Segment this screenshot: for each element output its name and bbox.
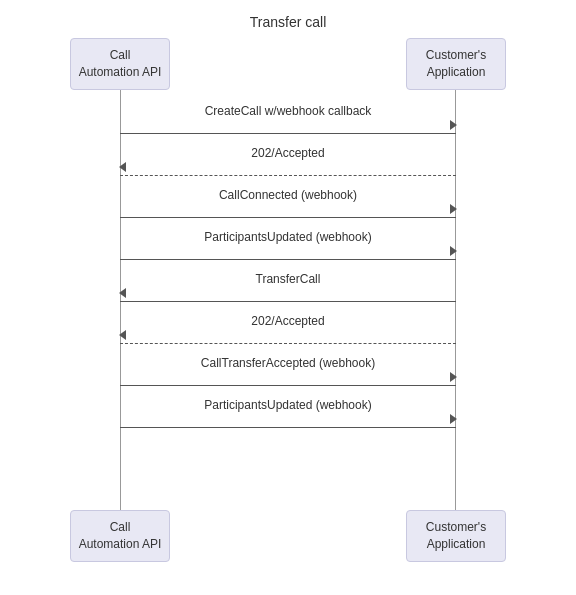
bottom-actor-row: Call Automation API Customer's Applicati…	[0, 510, 576, 562]
top-right-actor: Customer's Application	[406, 38, 506, 90]
top-left-actor-line1: Call	[110, 48, 131, 62]
arrow-head-2	[450, 204, 457, 214]
arrow-line-6	[120, 385, 456, 386]
arrow-line-1	[120, 175, 456, 176]
arrows-area: CreateCall w/webhook callback202/Accepte…	[120, 100, 456, 436]
arrow-head-0	[450, 120, 457, 130]
bottom-right-actor-line2: Application	[427, 537, 486, 551]
arrow-label-2: CallConnected (webhook)	[120, 188, 456, 202]
bottom-right-actor-line1: Customer's	[426, 520, 486, 534]
arrow-label-5: 202/Accepted	[120, 314, 456, 328]
arrow-row-5: 202/Accepted	[120, 310, 456, 352]
arrow-line-3	[120, 259, 456, 260]
bottom-right-actor: Customer's Application	[406, 510, 506, 562]
top-left-actor-line2: Automation API	[79, 65, 162, 79]
bottom-left-actor-line2: Automation API	[79, 537, 162, 551]
top-actor-row: Call Automation API Customer's Applicati…	[0, 38, 576, 90]
arrow-row-3: ParticipantsUpdated (webhook)	[120, 226, 456, 268]
arrow-label-6: CallTransferAccepted (webhook)	[120, 356, 456, 370]
arrow-row-1: 202/Accepted	[120, 142, 456, 184]
arrow-line-0	[120, 133, 456, 134]
arrow-head-7	[450, 414, 457, 424]
arrow-row-6: CallTransferAccepted (webhook)	[120, 352, 456, 394]
arrow-row-0: CreateCall w/webhook callback	[120, 100, 456, 142]
top-right-actor-line2: Application	[427, 65, 486, 79]
bottom-left-actor: Call Automation API	[70, 510, 170, 562]
arrow-label-1: 202/Accepted	[120, 146, 456, 160]
arrow-line-5	[120, 343, 456, 344]
arrow-head-1	[119, 162, 126, 172]
arrow-label-0: CreateCall w/webhook callback	[120, 104, 456, 118]
bottom-left-actor-line1: Call	[110, 520, 131, 534]
arrow-head-6	[450, 372, 457, 382]
arrow-line-4	[120, 301, 456, 302]
top-right-actor-line1: Customer's	[426, 48, 486, 62]
diagram-title: Transfer call	[0, 0, 576, 30]
arrow-head-5	[119, 330, 126, 340]
arrow-label-7: ParticipantsUpdated (webhook)	[120, 398, 456, 412]
arrow-row-7: ParticipantsUpdated (webhook)	[120, 394, 456, 436]
arrow-line-2	[120, 217, 456, 218]
arrow-row-2: CallConnected (webhook)	[120, 184, 456, 226]
arrow-head-4	[119, 288, 126, 298]
diagram-container: Transfer call Call Automation API Custom…	[0, 0, 576, 595]
arrow-label-4: TransferCall	[120, 272, 456, 286]
arrow-row-4: TransferCall	[120, 268, 456, 310]
arrow-label-3: ParticipantsUpdated (webhook)	[120, 230, 456, 244]
arrow-line-7	[120, 427, 456, 428]
top-left-actor: Call Automation API	[70, 38, 170, 90]
arrow-head-3	[450, 246, 457, 256]
